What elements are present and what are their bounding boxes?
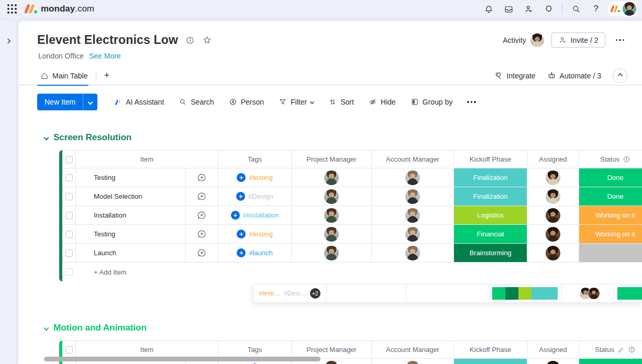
kickoff-phase-cell[interactable]: Finalization bbox=[454, 187, 527, 206]
more-tags-badge[interactable]: +2 bbox=[310, 288, 320, 299]
add-item-label[interactable]: + Add Item bbox=[76, 263, 642, 281]
assigned-avatar[interactable] bbox=[546, 170, 560, 185]
column-header-item[interactable]: Item bbox=[76, 151, 218, 168]
column-header-tags[interactable]: Tags bbox=[218, 151, 292, 168]
add-conversation-icon[interactable] bbox=[197, 248, 207, 258]
tag-label[interactable]: #launch bbox=[249, 249, 273, 257]
account-manager-avatar[interactable] bbox=[405, 208, 420, 223]
add-conversation-icon[interactable] bbox=[197, 210, 207, 220]
notifications-bell-icon[interactable] bbox=[480, 2, 497, 16]
add-view-button[interactable]: + bbox=[99, 70, 114, 81]
group-by-button[interactable]: Group by bbox=[405, 95, 458, 109]
help-icon[interactable]: ? bbox=[588, 2, 604, 16]
toolbar-more-button[interactable] bbox=[464, 98, 479, 106]
assigned-avatar[interactable] bbox=[546, 246, 560, 260]
account-manager-avatar[interactable] bbox=[405, 361, 420, 364]
column-header-status[interactable]: Status bbox=[579, 341, 642, 358]
tag-label[interactable]: #testing bbox=[249, 230, 273, 238]
new-item-caret[interactable] bbox=[83, 94, 97, 110]
add-tag-icon[interactable]: + bbox=[236, 192, 245, 201]
profile-chip[interactable] bbox=[607, 2, 637, 16]
status-summary[interactable] bbox=[614, 284, 642, 303]
board-options-button[interactable] bbox=[613, 36, 628, 44]
tags-cell[interactable]: +#launch bbox=[237, 248, 273, 257]
add-tag-icon[interactable]: + bbox=[231, 211, 240, 220]
hide-button[interactable]: Hide bbox=[363, 95, 401, 109]
kickoff-phase-cell[interactable]: Brainstorming bbox=[454, 244, 527, 262]
invite-members-icon[interactable] bbox=[520, 2, 537, 16]
edit-pencil-icon[interactable] bbox=[617, 346, 625, 354]
invite-button[interactable]: Invite / 2 bbox=[551, 32, 605, 48]
project-manager-avatar[interactable] bbox=[324, 227, 339, 242]
item-name[interactable]: Model Selection bbox=[76, 187, 186, 206]
add-tag-icon[interactable]: + bbox=[237, 230, 246, 238]
assigned-avatar[interactable] bbox=[546, 208, 560, 223]
kickoff-phase-cell[interactable]: Financial bbox=[454, 225, 527, 243]
account-manager-avatar[interactable] bbox=[405, 189, 420, 204]
info-icon[interactable] bbox=[628, 346, 636, 354]
expand-sidebar-button[interactable] bbox=[3, 36, 13, 46]
row-checkbox[interactable] bbox=[65, 249, 73, 257]
group-name[interactable]: Screen Resolution bbox=[53, 132, 131, 143]
tags-cell[interactable]: +#testing bbox=[237, 173, 273, 182]
select-all-checkbox[interactable] bbox=[65, 346, 73, 354]
add-tag-icon[interactable]: + bbox=[237, 248, 246, 257]
see-more-link[interactable]: See More bbox=[89, 52, 121, 60]
phase-summary[interactable] bbox=[489, 284, 562, 303]
select-all-checkbox[interactable] bbox=[65, 156, 73, 163]
project-manager-avatar[interactable] bbox=[324, 361, 339, 364]
column-header-assigned[interactable]: Assigned bbox=[527, 151, 579, 168]
search-icon[interactable] bbox=[568, 2, 584, 16]
account-manager-avatar[interactable] bbox=[405, 227, 420, 242]
tags-cell[interactable]: +#testing bbox=[237, 230, 273, 238]
column-header-tags[interactable]: Tags bbox=[218, 341, 292, 358]
integrate-button[interactable]: Integrate bbox=[494, 71, 535, 80]
tags-cell[interactable]: +#Design bbox=[236, 192, 273, 201]
collapse-header-button[interactable] bbox=[613, 69, 627, 83]
group-title-motion-and-animation[interactable]: Motion and Animation bbox=[45, 323, 642, 333]
horizontal-scrollbar[interactable] bbox=[44, 357, 320, 361]
user-avatar[interactable] bbox=[623, 2, 636, 16]
person-filter-button[interactable]: Person bbox=[224, 95, 269, 109]
monday-logo[interactable]: monday.com bbox=[24, 4, 94, 14]
add-item-row[interactable]: + Add Item bbox=[62, 263, 642, 281]
column-header-kickoff-phase[interactable]: Kickoff Phase bbox=[454, 341, 527, 358]
column-header-item[interactable]: Item bbox=[76, 341, 218, 358]
add-conversation-icon[interactable] bbox=[197, 229, 207, 239]
group-name[interactable]: Motion and Animation bbox=[53, 323, 147, 333]
add-conversation-icon[interactable] bbox=[197, 191, 207, 201]
assigned-avatar[interactable] bbox=[546, 189, 560, 204]
tab-main-table[interactable]: Main Table bbox=[37, 66, 93, 85]
tags-summary[interactable]: #testi… #Desi… +2 bbox=[253, 284, 326, 303]
filter-button[interactable]: Filter bbox=[273, 95, 319, 109]
tag-label[interactable]: #installation bbox=[243, 211, 279, 219]
search-button[interactable]: Search bbox=[173, 95, 219, 109]
board-title[interactable]: Elevent Electronics Low bbox=[37, 33, 178, 47]
project-manager-avatar[interactable] bbox=[324, 170, 339, 185]
info-icon[interactable] bbox=[623, 155, 630, 163]
kickoff-phase-cell[interactable]: Logistics bbox=[454, 206, 527, 224]
column-header-assigned[interactable]: Assigned bbox=[527, 341, 579, 358]
group-title-screen-resolution[interactable]: Screen Resolution bbox=[45, 132, 642, 143]
item-name[interactable]: Installation bbox=[76, 206, 186, 224]
add-tag-icon[interactable]: + bbox=[237, 173, 246, 182]
column-header-account-manager[interactable]: Account Manager bbox=[372, 341, 454, 358]
apps-grid-icon[interactable] bbox=[7, 4, 17, 14]
column-header-project-manager[interactable]: Project Manager bbox=[292, 151, 372, 168]
status-distribution-bar[interactable] bbox=[617, 287, 642, 300]
account-manager-avatar[interactable] bbox=[405, 170, 420, 185]
row-checkbox[interactable] bbox=[65, 231, 73, 238]
status-cell[interactable]: Working on it bbox=[579, 206, 642, 224]
status-cell[interactable]: Done bbox=[579, 168, 642, 187]
row-checkbox[interactable] bbox=[65, 174, 73, 181]
status-cell[interactable]: Done bbox=[579, 187, 642, 206]
project-manager-avatar[interactable] bbox=[324, 246, 339, 260]
item-name[interactable]: Testing bbox=[76, 168, 186, 187]
favorite-star-icon[interactable] bbox=[202, 35, 212, 45]
column-header-kickoff-phase[interactable]: Kickoff Phase bbox=[454, 151, 527, 168]
tag-label[interactable]: #testing bbox=[249, 174, 273, 181]
ai-assistant-button[interactable]: AI Assistant bbox=[108, 95, 169, 110]
column-header-project-manager[interactable]: Project Manager bbox=[292, 341, 372, 358]
row-checkbox[interactable] bbox=[65, 212, 73, 219]
kickoff-phase-cell[interactable] bbox=[454, 359, 527, 364]
